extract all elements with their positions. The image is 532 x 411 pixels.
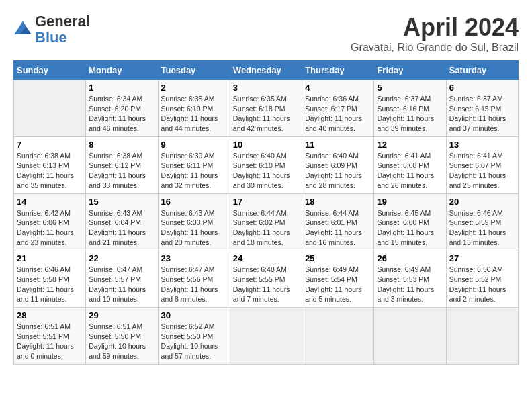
calendar-cell: 26Sunrise: 6:49 AM Sunset: 5:53 PM Dayli…: [374, 250, 446, 308]
day-number: 26: [377, 253, 443, 263]
calendar-cell: 16Sunrise: 6:43 AM Sunset: 6:03 PM Dayli…: [158, 193, 230, 250]
calendar-cell: [14, 80, 86, 137]
day-info: Sunrise: 6:50 AM Sunset: 5:52 PM Dayligh…: [449, 265, 515, 304]
day-number: 10: [233, 140, 299, 150]
calendar-cell: 14Sunrise: 6:42 AM Sunset: 6:06 PM Dayli…: [14, 193, 86, 250]
day-number: 27: [449, 253, 515, 263]
day-info: Sunrise: 6:37 AM Sunset: 6:15 PM Dayligh…: [449, 94, 515, 134]
day-number: 8: [89, 140, 154, 150]
weekday-header: Saturday: [446, 61, 518, 80]
day-info: Sunrise: 6:37 AM Sunset: 6:16 PM Dayligh…: [377, 94, 443, 134]
day-number: 21: [17, 253, 83, 263]
day-number: 22: [89, 253, 154, 263]
day-info: Sunrise: 6:41 AM Sunset: 6:07 PM Dayligh…: [449, 151, 515, 191]
calendar-cell: 12Sunrise: 6:41 AM Sunset: 6:08 PM Dayli…: [374, 136, 446, 193]
day-info: Sunrise: 6:48 AM Sunset: 5:55 PM Dayligh…: [233, 265, 299, 304]
calendar-week-row: 14Sunrise: 6:42 AM Sunset: 6:06 PM Dayli…: [14, 193, 519, 250]
calendar-cell: 11Sunrise: 6:40 AM Sunset: 6:09 PM Dayli…: [302, 136, 374, 193]
calendar-cell: 9Sunrise: 6:39 AM Sunset: 6:11 PM Daylig…: [158, 136, 230, 193]
day-info: Sunrise: 6:44 AM Sunset: 6:02 PM Dayligh…: [233, 208, 299, 248]
day-number: 23: [161, 253, 227, 263]
day-number: 24: [233, 253, 299, 263]
weekday-header: Thursday: [302, 61, 374, 80]
day-number: 7: [17, 140, 83, 150]
weekday-header: Friday: [374, 61, 446, 80]
day-number: 14: [17, 197, 83, 207]
calendar-table: SundayMondayTuesdayWednesdayThursdayFrid…: [13, 60, 519, 365]
day-number: 29: [89, 310, 154, 320]
calendar-cell: 15Sunrise: 6:43 AM Sunset: 6:04 PM Dayli…: [86, 193, 158, 250]
day-number: 19: [377, 197, 443, 207]
day-info: Sunrise: 6:38 AM Sunset: 6:13 PM Dayligh…: [17, 151, 83, 191]
calendar-cell: 13Sunrise: 6:41 AM Sunset: 6:07 PM Dayli…: [446, 136, 518, 193]
day-number: 3: [233, 83, 299, 93]
calendar-cell: 23Sunrise: 6:47 AM Sunset: 5:56 PM Dayli…: [158, 250, 230, 308]
day-info: Sunrise: 6:46 AM Sunset: 5:58 PM Dayligh…: [17, 265, 83, 304]
calendar-cell: 4Sunrise: 6:36 AM Sunset: 6:17 PM Daylig…: [302, 80, 374, 137]
day-info: Sunrise: 6:36 AM Sunset: 6:17 PM Dayligh…: [305, 94, 371, 134]
day-info: Sunrise: 6:42 AM Sunset: 6:06 PM Dayligh…: [17, 208, 83, 248]
calendar-cell: 24Sunrise: 6:48 AM Sunset: 5:55 PM Dayli…: [230, 250, 302, 308]
day-info: Sunrise: 6:44 AM Sunset: 6:01 PM Dayligh…: [305, 208, 371, 248]
logo-icon: [13, 20, 32, 39]
day-info: Sunrise: 6:45 AM Sunset: 6:00 PM Dayligh…: [377, 208, 443, 248]
day-info: Sunrise: 6:41 AM Sunset: 6:08 PM Dayligh…: [377, 151, 443, 191]
calendar-cell: 6Sunrise: 6:37 AM Sunset: 6:15 PM Daylig…: [446, 80, 518, 137]
day-number: 20: [449, 197, 515, 207]
calendar-cell: 5Sunrise: 6:37 AM Sunset: 6:16 PM Daylig…: [374, 80, 446, 137]
calendar-cell: 19Sunrise: 6:45 AM Sunset: 6:00 PM Dayli…: [374, 193, 446, 250]
page-header: General Blue April 2024 Gravatai, Rio Gr…: [13, 13, 519, 54]
day-number: 6: [449, 83, 515, 93]
calendar-cell: [230, 308, 302, 365]
calendar-cell: 28Sunrise: 6:51 AM Sunset: 5:51 PM Dayli…: [14, 308, 86, 365]
day-number: 12: [377, 140, 443, 150]
calendar-cell: 30Sunrise: 6:52 AM Sunset: 5:50 PM Dayli…: [158, 308, 230, 365]
day-number: 13: [449, 140, 515, 150]
calendar-week-row: 1Sunrise: 6:34 AM Sunset: 6:20 PM Daylig…: [14, 80, 519, 137]
calendar-cell: 20Sunrise: 6:46 AM Sunset: 5:59 PM Dayli…: [446, 193, 518, 250]
calendar-header-row: SundayMondayTuesdayWednesdayThursdayFrid…: [14, 61, 519, 80]
weekday-header: Monday: [86, 61, 158, 80]
calendar-body: 1Sunrise: 6:34 AM Sunset: 6:20 PM Daylig…: [14, 80, 519, 365]
day-number: 2: [161, 83, 227, 93]
calendar-week-row: 7Sunrise: 6:38 AM Sunset: 6:13 PM Daylig…: [14, 136, 519, 193]
day-info: Sunrise: 6:35 AM Sunset: 6:18 PM Dayligh…: [233, 94, 299, 134]
logo-blue-text: Blue: [35, 30, 90, 46]
day-number: 17: [233, 197, 299, 207]
calendar-cell: 7Sunrise: 6:38 AM Sunset: 6:13 PM Daylig…: [14, 136, 86, 193]
calendar-cell: 18Sunrise: 6:44 AM Sunset: 6:01 PM Dayli…: [302, 193, 374, 250]
day-info: Sunrise: 6:43 AM Sunset: 6:03 PM Dayligh…: [161, 208, 227, 248]
weekday-header: Sunday: [14, 61, 86, 80]
calendar-week-row: 21Sunrise: 6:46 AM Sunset: 5:58 PM Dayli…: [14, 250, 519, 308]
day-number: 1: [89, 83, 154, 93]
day-number: 28: [17, 310, 83, 320]
day-info: Sunrise: 6:47 AM Sunset: 5:56 PM Dayligh…: [161, 265, 227, 304]
weekday-header: Wednesday: [230, 61, 302, 80]
calendar-cell: 29Sunrise: 6:51 AM Sunset: 5:50 PM Dayli…: [86, 308, 158, 365]
calendar-cell: 1Sunrise: 6:34 AM Sunset: 6:20 PM Daylig…: [86, 80, 158, 137]
calendar-week-row: 28Sunrise: 6:51 AM Sunset: 5:51 PM Dayli…: [14, 308, 519, 365]
day-number: 9: [161, 140, 227, 150]
calendar-cell: 2Sunrise: 6:35 AM Sunset: 6:19 PM Daylig…: [158, 80, 230, 137]
logo-general-text: General: [35, 13, 90, 30]
weekday-header: Tuesday: [158, 61, 230, 80]
calendar-cell: 27Sunrise: 6:50 AM Sunset: 5:52 PM Dayli…: [446, 250, 518, 308]
day-info: Sunrise: 6:49 AM Sunset: 5:53 PM Dayligh…: [377, 265, 443, 304]
day-info: Sunrise: 6:40 AM Sunset: 6:09 PM Dayligh…: [305, 151, 371, 191]
calendar-cell: [446, 308, 518, 365]
calendar-cell: 25Sunrise: 6:49 AM Sunset: 5:54 PM Dayli…: [302, 250, 374, 308]
day-info: Sunrise: 6:39 AM Sunset: 6:11 PM Dayligh…: [161, 151, 227, 191]
day-number: 11: [305, 140, 371, 150]
day-number: 4: [305, 83, 371, 93]
day-info: Sunrise: 6:46 AM Sunset: 5:59 PM Dayligh…: [449, 208, 515, 248]
month-title: April 2024: [351, 13, 519, 42]
day-info: Sunrise: 6:52 AM Sunset: 5:50 PM Dayligh…: [161, 322, 227, 361]
day-info: Sunrise: 6:51 AM Sunset: 5:51 PM Dayligh…: [17, 322, 83, 361]
calendar-cell: 17Sunrise: 6:44 AM Sunset: 6:02 PM Dayli…: [230, 193, 302, 250]
location-title: Gravatai, Rio Grande do Sul, Brazil: [351, 42, 519, 54]
day-info: Sunrise: 6:43 AM Sunset: 6:04 PM Dayligh…: [89, 208, 154, 248]
day-info: Sunrise: 6:49 AM Sunset: 5:54 PM Dayligh…: [305, 265, 371, 304]
day-number: 18: [305, 197, 371, 207]
day-info: Sunrise: 6:38 AM Sunset: 6:12 PM Dayligh…: [89, 151, 154, 191]
calendar-cell: 22Sunrise: 6:47 AM Sunset: 5:57 PM Dayli…: [86, 250, 158, 308]
